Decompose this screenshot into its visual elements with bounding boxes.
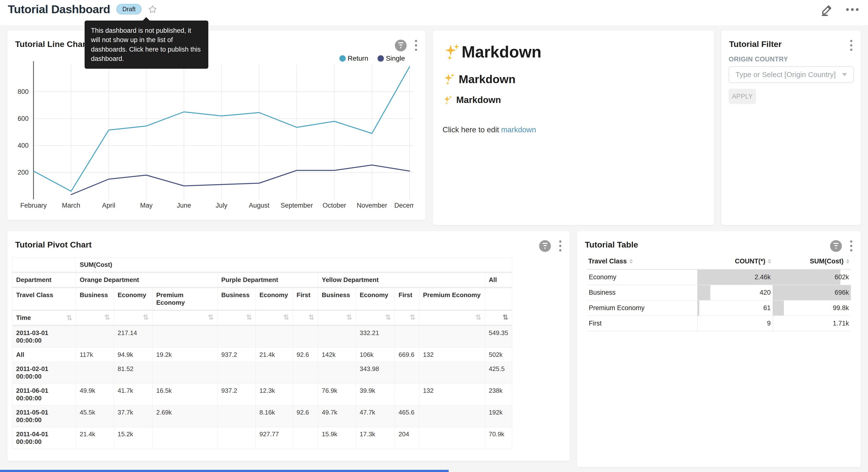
sort-desc-icon[interactable]: ⇅ — [502, 314, 508, 321]
pivot-cell — [419, 427, 485, 449]
pivot-cell: 37.7k — [114, 406, 153, 427]
pivot-group-header: Purple Department — [218, 272, 318, 288]
pivot-cell: 465.6 — [395, 406, 419, 427]
pivot-cell — [419, 406, 485, 427]
table-column-header[interactable]: COUNT(*) — [698, 254, 773, 269]
select-placeholder: Type or Select [Origin Country] — [736, 70, 836, 79]
pivot-row-label: 2011-06-0100:00:00 — [12, 384, 76, 406]
pivot-cell: 132 — [419, 348, 485, 362]
legend-label: Single — [386, 55, 405, 62]
x-tick-label: May — [140, 202, 153, 209]
horizontal-scrollbar[interactable] — [0, 470, 449, 472]
pivot-cell — [218, 406, 256, 427]
pivot-cell — [395, 384, 419, 406]
pivot-time-label: Time — [16, 314, 31, 322]
chart-kebab-menu-icon[interactable] — [849, 239, 853, 253]
x-tick-label: November — [357, 202, 387, 209]
sort-carets-icon[interactable] — [846, 259, 849, 264]
pivot-row: All117k94.9k19.2k937.221.4k92.6142k106k6… — [12, 348, 512, 362]
more-menu-icon[interactable] — [845, 7, 860, 12]
filter-kebab-menu-icon[interactable] — [849, 39, 853, 52]
table-column-header[interactable]: Travel Class — [587, 254, 698, 269]
pivot-cell: 76.9k — [318, 384, 356, 406]
sort-toggle-icon[interactable]: ⇅ — [104, 314, 110, 321]
pivot-column-header: Economy — [256, 288, 293, 311]
sort-toggle-icon[interactable]: ⇅ — [208, 314, 214, 321]
table-row[interactable]: First91.71k — [587, 316, 851, 331]
status-badge[interactable]: Draft — [116, 4, 141, 14]
pivot-cell: 39.9k — [356, 384, 395, 406]
pivot-column-header: Business — [218, 288, 256, 311]
y-tick-label: 600 — [18, 115, 29, 122]
legend-item[interactable]: Single — [377, 55, 405, 62]
table-row[interactable]: Business420696k — [587, 285, 851, 300]
table-column-header[interactable]: SUM(Cost) — [773, 254, 851, 269]
x-tick-label: March — [62, 202, 80, 209]
pivot-cell: 94.9k — [114, 348, 153, 362]
apply-button[interactable]: APPLY — [728, 89, 756, 104]
applied-filters-icon[interactable] — [539, 240, 551, 252]
sort-toggle-icon[interactable]: ⇅ — [283, 314, 289, 321]
y-tick-label: 800 — [18, 88, 29, 95]
pivot-group-header: All — [485, 272, 512, 288]
edit-pencil-icon[interactable] — [820, 3, 834, 16]
table-row[interactable]: Premium Economy6199.8k — [587, 300, 851, 316]
pivot-cell — [293, 384, 318, 406]
sort-toggle-icon[interactable]: ⇅ — [246, 314, 252, 321]
pivot-cell: 15.2k — [114, 427, 153, 449]
pivot-row: 2011-06-0100:00:0049.9k41.7k16.5k937.212… — [12, 384, 512, 406]
count-cell: 9 — [698, 316, 773, 331]
pivot-cell — [256, 362, 293, 384]
pivot-row-label: 2011-03-0100:00:00 — [12, 325, 76, 348]
pivot-cell: 19.2k — [153, 348, 218, 362]
origin-country-select[interactable]: Type or Select [Origin Country] — [728, 66, 854, 83]
pivot-cell: 21.4k — [256, 348, 293, 362]
x-tick-label: September — [281, 202, 313, 209]
sort-toggle-icon[interactable]: ⇅ — [66, 315, 72, 321]
travel-class-cell: Premium Economy — [587, 300, 698, 316]
pivot-cell: 343.98 — [356, 362, 395, 384]
pivot-chart-title: Tutorial Pivot Chart — [15, 240, 92, 249]
travel-class-cell: Business — [587, 285, 698, 300]
table-row[interactable]: Economy2.46k602k — [587, 269, 851, 285]
sort-toggle-icon[interactable]: ⇅ — [346, 314, 352, 321]
pivot-cell: 8.16k — [256, 406, 293, 427]
markdown-edit-link[interactable]: markdown — [501, 125, 536, 134]
pivot-cell: 332.21 — [356, 325, 395, 348]
pivot-column-header: First — [395, 288, 419, 311]
sum-cell: 1.71k — [773, 316, 851, 331]
pivot-cell — [76, 325, 114, 348]
applied-filters-icon[interactable] — [830, 240, 842, 252]
pivot-dept-label: Department — [12, 272, 76, 288]
pivot-cell: 92.6 — [293, 348, 318, 362]
travel-class-cell: First — [587, 316, 698, 331]
x-tick-label: April — [102, 202, 115, 209]
pivot-cell: 132 — [419, 384, 485, 406]
sparkles-icon — [442, 72, 456, 86]
sum-cell: 696k — [773, 285, 851, 300]
pivot-table-grid: SUM(Cost)DepartmentOrange DepartmentPurp… — [12, 258, 512, 449]
sort-toggle-icon[interactable]: ⇅ — [385, 314, 391, 321]
x-tick-label: July — [216, 202, 228, 209]
markdown-h1: Markdown — [442, 42, 704, 61]
sum-cell: 602k — [773, 269, 851, 285]
series-line-single[interactable] — [71, 165, 409, 195]
chart-kebab-menu-icon[interactable] — [558, 239, 562, 253]
markdown-h3: Markdown — [442, 95, 704, 106]
sort-toggle-icon[interactable]: ⇅ — [143, 314, 149, 321]
pivot-row: 2011-02-0100:00:0081.52343.98425.5 — [12, 362, 512, 384]
y-tick-label: 200 — [18, 169, 29, 176]
sort-toggle-icon[interactable]: ⇅ — [410, 314, 415, 321]
chevron-down-icon — [842, 73, 847, 76]
sort-carets-icon[interactable] — [629, 259, 633, 264]
favorite-star-icon[interactable] — [148, 5, 157, 14]
markdown-panel[interactable]: Markdown Markdown Markdown Click here to… — [433, 31, 714, 225]
sort-toggle-icon[interactable]: ⇅ — [309, 314, 314, 321]
sort-carets-icon[interactable] — [768, 259, 771, 264]
chart-kebab-menu-icon[interactable] — [414, 39, 418, 52]
count-cell: 420 — [698, 285, 773, 300]
x-tick-label: December — [394, 202, 414, 209]
table-panel-title: Tutorial Table — [585, 240, 638, 249]
legend-item[interactable]: Return — [339, 55, 368, 62]
sort-toggle-icon[interactable]: ⇅ — [475, 314, 481, 321]
